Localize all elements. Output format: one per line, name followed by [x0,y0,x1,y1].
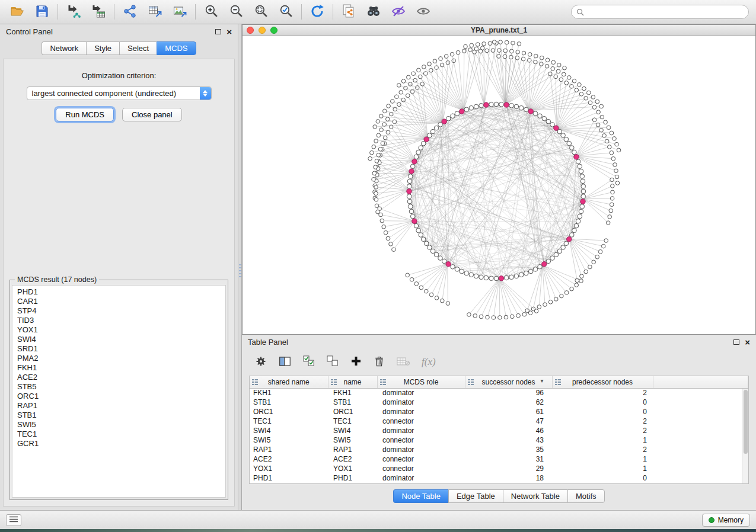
table-scrollbar[interactable] [742,389,748,483]
mcds-result-item[interactable]: STP4 [12,306,225,316]
task-history-button[interactable] [6,514,21,526]
column-menu-icon [468,379,474,387]
mcds-result-list[interactable]: PHD1CAR1STP4TID3YOX1SWI4SRD1PMA2FKH1ACE2… [12,285,226,498]
table-row[interactable]: TEC1TEC1connector472 [250,416,748,426]
run-mcds-button[interactable]: Run MCDS [56,108,114,121]
import-table-button[interactable] [86,2,111,22]
column-header-predecessor-nodes[interactable]: predecessor nodes [552,376,653,388]
mcds-result-item[interactable]: SRD1 [12,344,225,354]
new-network-button[interactable] [117,2,142,22]
export-image-button[interactable] [167,2,192,22]
toolbar-separator [333,4,333,20]
table-settings-button[interactable] [255,355,267,369]
table-cell: 1 [552,464,653,473]
workspace-column: YPA_prune.txt_1 Table Panel × [242,24,756,510]
hide-selected-button[interactable] [386,2,411,22]
search-input[interactable] [587,8,744,16]
mcds-result-item[interactable]: RAP1 [12,401,225,411]
open-session-button[interactable] [5,2,30,22]
float-table-panel-icon[interactable] [733,339,739,345]
mcds-result-item[interactable]: PMA2 [12,354,225,363]
table-cell-filler [653,454,748,464]
column-header-name[interactable]: name [328,376,377,388]
table-cell: ACE2 [328,454,377,464]
mcds-result-item[interactable]: FKH1 [12,363,225,373]
table-toolbar: f(x) [242,350,756,374]
zoom-out-button[interactable] [224,2,248,22]
table-row[interactable]: SWI5SWI5connector431 [250,435,748,445]
zoom-in-button[interactable] [199,2,224,22]
zoom-fit-button[interactable] [248,2,273,22]
delete-table-button[interactable] [397,357,410,368]
table-row[interactable]: RAP1RAP1dominator352 [250,445,748,454]
mcds-result-item[interactable]: PHD1 [12,287,225,297]
table-cell: TEC1 [328,416,377,426]
tab-network-table[interactable]: Network Table [503,489,567,503]
table-cell: dominator [377,426,465,435]
table-panel-title: Table Panel [248,338,288,347]
tab-edge-table[interactable]: Edge Table [448,489,503,503]
tab-mcds[interactable]: MCDS [157,41,196,55]
plus-icon [350,355,362,368]
find-button[interactable] [361,2,386,22]
tab-network[interactable]: Network [42,41,86,55]
save-session-button[interactable] [30,2,55,22]
mcds-result-item[interactable]: YOX1 [12,325,225,335]
table-panel-close-icon[interactable]: × [745,339,750,346]
refresh-view-button[interactable] [305,2,330,22]
float-panel-icon[interactable] [215,29,221,34]
mcds-result-item[interactable]: STB5 [12,382,225,392]
column-menu-icon [331,379,337,387]
import-network-button[interactable] [61,2,86,22]
delete-column-button[interactable] [374,355,385,369]
copy-document-button[interactable] [336,2,361,22]
tab-style[interactable]: Style [86,41,119,55]
show-columns-button[interactable] [279,356,291,368]
mcds-result-item[interactable]: CAR1 [12,297,225,306]
table-row[interactable]: FKH1FKH1dominator962 [250,388,748,398]
mcds-result-item[interactable]: TID3 [12,316,225,325]
optimization-criterion-label: Optimization criterion: [4,71,234,80]
network-table-button[interactable] [142,2,167,22]
table-row[interactable]: ORC1ORC1dominator610 [250,407,748,416]
panel-splitter[interactable] [238,24,242,510]
column-header-shared-name[interactable]: shared name [250,376,328,388]
select-all-rows-button[interactable] [303,355,315,368]
table-cell: 31 [465,454,552,464]
column-header-mcds-role[interactable]: MCDS role [377,376,465,388]
table-row[interactable]: ACE2ACE2connector311 [250,454,748,464]
table-row[interactable]: YOX1YOX1connector291 [250,464,748,473]
deselect-all-rows-button[interactable] [327,355,339,368]
table-cell: 0 [552,407,653,416]
column-header-successor-nodes[interactable]: successor nodes▾ [465,376,552,388]
table-cell: dominator [377,388,465,398]
close-panel-button[interactable]: Close panel [122,108,182,121]
table-scrollbar-thumb[interactable] [744,390,748,454]
control-panel-close-icon[interactable]: × [227,28,232,36]
tab-motifs[interactable]: Motifs [567,489,605,503]
network-window-titlebar: YPA_prune.txt_1 [243,25,755,36]
zoom-selected-button[interactable] [273,2,298,22]
memory-button[interactable]: Memory [702,514,750,527]
table-panel-tabs: Node Table Edge Table Network Table Moti… [242,489,756,503]
mcds-result-item[interactable]: GCR1 [12,439,225,448]
table-row[interactable]: STB1STB1dominator620 [250,398,748,407]
table-row[interactable]: PHD1PHD1dominator180 [250,473,748,483]
network-canvas[interactable] [243,36,755,334]
mcds-result-item[interactable]: SWI5 [12,420,225,430]
tab-node-table[interactable]: Node Table [393,489,448,503]
table-row[interactable]: SWI4SWI4dominator462 [250,426,748,435]
criterion-select[interactable]: largest connected component (undirected) [27,86,212,100]
mcds-result-item[interactable]: TEC1 [12,430,225,439]
show-all-button[interactable] [411,2,436,22]
add-column-button[interactable] [350,355,362,368]
tab-select[interactable]: Select [119,41,157,55]
table-cell: dominator [377,473,465,483]
function-builder-button[interactable]: f(x) [422,356,436,368]
mcds-result-item[interactable]: ORC1 [12,392,225,401]
gear-icon [255,355,267,369]
mcds-result-item[interactable]: ACE2 [12,373,225,382]
mcds-result-item[interactable]: SWI4 [12,335,225,344]
table-cell: 35 [465,445,552,454]
mcds-result-item[interactable]: STB1 [12,411,225,420]
